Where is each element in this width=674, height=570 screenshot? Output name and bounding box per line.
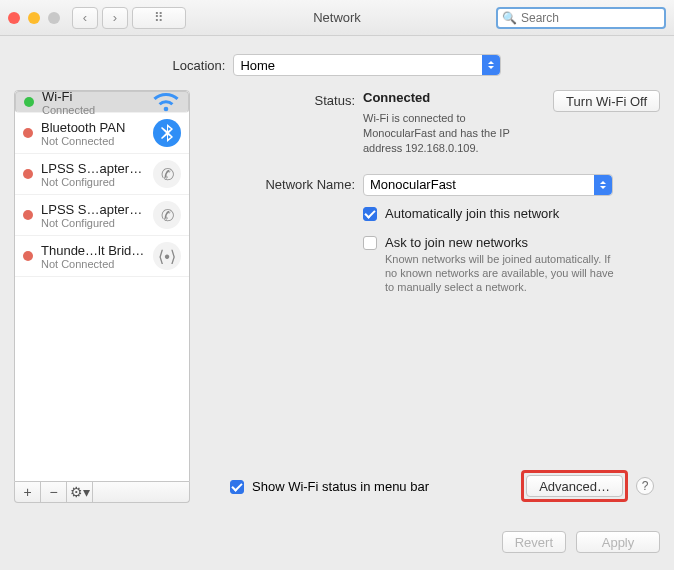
status-dot [23,128,33,138]
show-all-button[interactable]: ⠿ [132,7,186,29]
forward-button[interactable]: › [102,7,128,29]
location-label: Location: [173,58,226,73]
sidebar-item-wifi[interactable]: Wi-Fi Connected [15,91,189,113]
sidebar-item-status: Not Configured [41,176,145,188]
advanced-highlight: Advanced… [521,470,628,502]
sidebar-item-status: Not Connected [41,135,145,147]
phone-icon: ✆ [153,201,181,229]
status-dot [23,210,33,220]
status-label: Status: [200,90,355,108]
bluetooth-icon [153,119,181,147]
search-field-wrap[interactable]: 🔍 [496,7,666,29]
nav-buttons: ‹ › ⠿ [72,7,186,29]
sidebar-item-name: LPSS S…apter (1) [41,161,145,176]
ask-join-row[interactable]: Ask to join new networks Known networks … [363,235,660,295]
sidebar-item-lpss2[interactable]: LPSS S…apter (2) Not Configured ✆ [15,195,189,236]
turn-wifi-off-button[interactable]: Turn Wi-Fi Off [553,90,660,112]
auto-join-checkbox[interactable] [363,207,377,221]
auto-join-row[interactable]: Automatically join this network [363,206,660,221]
zoom-window[interactable] [48,12,60,24]
sidebar-item-name: LPSS S…apter (2) [41,202,145,217]
status-value: Connected [363,90,541,105]
sidebar-item-thunderbolt[interactable]: Thunde…lt Bridge Not Connected ⟨•⟩ [15,236,189,277]
sidebar-toolbar: + − ⚙︎▾ [14,482,190,503]
location-row: Location: Home [0,36,674,90]
action-menu-button[interactable]: ⚙︎▾ [67,482,93,502]
search-icon: 🔍 [502,11,517,25]
show-menu-label: Show Wi-Fi status in menu bar [252,479,521,494]
sidebar-item-bluetooth[interactable]: Bluetooth PAN Not Connected [15,113,189,154]
search-input[interactable] [521,11,671,25]
show-menu-checkbox[interactable] [230,480,244,494]
chevron-updown-icon [482,55,500,75]
ask-join-checkbox[interactable] [363,236,377,250]
network-name-label: Network Name: [200,174,355,192]
main-panel: Status: Connected Wi-Fi is connected to … [200,90,660,502]
location-value: Home [240,58,275,73]
sidebar-toolbar-spacer [93,482,189,502]
minimize-window[interactable] [28,12,40,24]
traffic-lights [8,12,60,24]
sidebar-item-name: Bluetooth PAN [41,120,145,135]
sidebar-item-status: Not Connected [41,258,145,270]
status-dot [23,251,33,261]
status-dot [24,97,34,107]
network-name-value: MonocularFast [370,177,456,192]
network-name-select[interactable]: MonocularFast [363,174,613,196]
apply-button[interactable]: Apply [576,531,660,553]
bottom-bar: Revert Apply [0,517,674,563]
interface-sidebar: Wi-Fi Connected Bluetooth PAN Not Connec… [14,90,190,482]
sidebar-item-status: Connected [42,104,144,116]
revert-button[interactable]: Revert [502,531,566,553]
close-window[interactable] [8,12,20,24]
chevron-updown-icon [594,175,612,195]
phone-icon: ✆ [153,160,181,188]
back-button[interactable]: ‹ [72,7,98,29]
bridge-icon: ⟨•⟩ [153,242,181,270]
sidebar-item-lpss1[interactable]: LPSS S…apter (1) Not Configured ✆ [15,154,189,195]
ask-join-subtext: Known networks will be joined automatica… [385,252,620,295]
help-button[interactable]: ? [636,477,654,495]
auto-join-label: Automatically join this network [385,206,559,221]
remove-interface-button[interactable]: − [41,482,67,502]
titlebar: ‹ › ⠿ Network 🔍 [0,0,674,36]
sidebar-item-name: Thunde…lt Bridge [41,243,145,258]
sidebar-item-status: Not Configured [41,217,145,229]
ask-join-label: Ask to join new networks [385,235,620,250]
location-select[interactable]: Home [233,54,501,76]
advanced-button[interactable]: Advanced… [526,475,623,497]
sidebar-item-name: Wi-Fi [42,90,144,104]
wifi-icon [152,90,180,116]
status-subtext: Wi-Fi is connected to MonocularFast and … [363,111,541,156]
status-dot [23,169,33,179]
add-interface-button[interactable]: + [15,482,41,502]
